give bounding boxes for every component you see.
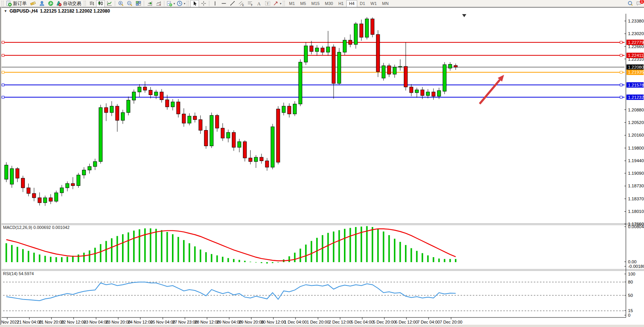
hline-start-handle[interactable]	[2, 96, 4, 98]
rsi-axis-label: 50	[628, 293, 633, 298]
timeframe-mn-button[interactable]: MN	[379, 0, 391, 7]
auto-scroll-icon	[156, 0, 162, 6]
toolbar-drag-handle[interactable]	[2, 1, 3, 6]
macd-histogram-bar	[450, 259, 451, 262]
macd-histogram-bar	[266, 262, 268, 264]
candle	[182, 114, 186, 123]
macd-histogram-bar	[294, 253, 296, 262]
chart-shift-marker[interactable]	[462, 14, 466, 17]
vertical-line-button[interactable]	[210, 0, 219, 7]
macd-histogram-bar	[433, 257, 434, 262]
candle	[10, 169, 14, 184]
eraser-button[interactable]	[29, 0, 37, 7]
toolbar-drag-handle[interactable]	[187, 1, 189, 6]
toolbar-drag-handle[interactable]	[84, 1, 86, 6]
toolbar-drag-handle[interactable]	[283, 1, 285, 6]
candle	[293, 104, 297, 114]
candle	[38, 198, 41, 203]
timeframe-d1-button[interactable]: D1	[357, 0, 368, 7]
chart-bars-button[interactable]	[87, 0, 96, 7]
new-chart-dropdown-icon[interactable]: ▾	[173, 2, 175, 5]
macd-histogram-bar	[455, 259, 456, 262]
trendline-icon	[230, 0, 236, 6]
candle	[171, 102, 175, 107]
new-order-button[interactable]: 新订单	[5, 0, 29, 7]
hline-start-handle[interactable]	[2, 84, 4, 86]
candle	[271, 127, 274, 167]
text-label-button[interactable]: T	[263, 0, 272, 7]
chart-line-button[interactable]	[105, 0, 114, 7]
candle	[143, 87, 147, 90]
auto-scroll-button[interactable]	[154, 0, 163, 7]
price-tick-label: 1.23020	[628, 31, 644, 36]
equidistant-channel-button[interactable]: E	[237, 0, 246, 7]
timeframe-h1-button[interactable]: H1	[336, 0, 346, 7]
chart-title-caret-icon[interactable]: ▼	[4, 9, 7, 13]
macd-histogram-bar	[11, 245, 13, 262]
chart-area[interactable]: 1.233801.230201.226601.223101.208801.205…	[0, 7, 644, 327]
hline-end-handle[interactable]	[620, 96, 622, 98]
periods-clock-dropdown-icon[interactable]: ▾	[184, 2, 185, 5]
macd-histogram-bar	[394, 239, 395, 262]
new-chart-button[interactable]: ▾	[165, 0, 176, 7]
notifications-button[interactable]: 1	[634, 0, 643, 7]
timeframe-m30-button[interactable]: M30	[322, 0, 336, 7]
new-order-label: 新订单	[13, 0, 28, 7]
hline-end-handle[interactable]	[620, 41, 622, 43]
hline-end-handle[interactable]	[620, 71, 622, 73]
hline-end-handle[interactable]	[620, 84, 622, 86]
hline-end-handle[interactable]	[620, 54, 622, 56]
date-tick-label: 18 Nov 2022	[0, 320, 19, 324]
price-tick-label: 1.20520	[628, 120, 644, 125]
timeframe-w1-button[interactable]: W1	[368, 0, 380, 7]
rsi-axis-label: 0	[628, 313, 630, 317]
timeframe-h4-button[interactable]: H4	[346, 0, 357, 7]
timeframe-m1-button[interactable]: M1	[286, 0, 297, 7]
equidistant-channel-icon: E	[238, 0, 244, 6]
trendline-button[interactable]	[228, 0, 237, 7]
hline-start-handle[interactable]	[2, 71, 4, 73]
chart-bars-icon	[89, 0, 95, 6]
hline-start-handle[interactable]	[2, 54, 4, 56]
macd-histogram-bar	[166, 232, 168, 262]
price-tick-label: 1.23380	[628, 19, 644, 23]
zoom-out-button[interactable]	[125, 0, 134, 7]
zoom-in-button[interactable]	[116, 0, 125, 7]
rsi-value: 54.5974	[19, 271, 34, 276]
timeframe-m15-button[interactable]: M15	[309, 0, 322, 7]
periods-clock-button[interactable]: ▾	[176, 0, 186, 7]
fibonacci-button[interactable]: F	[246, 0, 254, 7]
arrows-tool-button[interactable]: ▾	[272, 0, 282, 7]
horizontal-line-button[interactable]	[219, 0, 228, 7]
signals-button[interactable]	[46, 0, 55, 7]
hline-start-handle[interactable]	[2, 41, 4, 43]
auto-trading-button[interactable]: 自动交易	[55, 0, 83, 7]
macd-histogram-bar	[128, 232, 129, 262]
chart-candles-button[interactable]	[96, 0, 105, 7]
candle	[382, 66, 385, 78]
chart-shift-button[interactable]	[145, 0, 154, 7]
crosshair-button[interactable]	[199, 0, 208, 7]
candle	[426, 92, 430, 95]
candle	[265, 161, 269, 167]
rsi-name: RSI(14)	[3, 271, 18, 276]
new-order-icon	[6, 0, 12, 6]
window-left-frame	[0, 7, 2, 327]
cursor-button[interactable]	[190, 0, 199, 7]
price-tick-label: 1.19800	[628, 146, 644, 150]
search-button[interactable]	[626, 0, 634, 7]
date-tick-label: 5 Dec 04:00	[351, 320, 373, 324]
toolbar-separator	[209, 1, 209, 6]
macd-histogram-bar	[133, 230, 135, 262]
trend-arrow-shaft[interactable]	[480, 80, 500, 104]
date-tick-label: 5 Dec 20:00	[373, 320, 395, 324]
timeframe-m5-button[interactable]: M5	[297, 0, 308, 7]
macd-histogram-bar	[344, 229, 345, 262]
candle	[60, 188, 64, 193]
arrows-tool-dropdown-icon[interactable]: ▾	[280, 2, 281, 5]
price-tick-label: 1.18010	[628, 209, 644, 214]
macd-signal-line	[6, 229, 456, 261]
community-button[interactable]	[37, 0, 46, 7]
text-button[interactable]: A	[254, 0, 263, 7]
tile-windows-button[interactable]	[134, 0, 143, 7]
